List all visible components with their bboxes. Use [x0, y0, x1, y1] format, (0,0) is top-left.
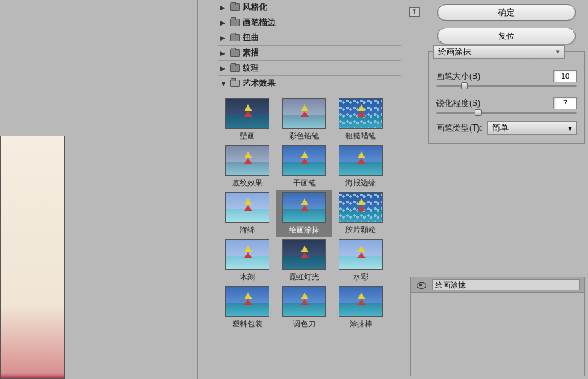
filter-thumb-label: 涂抹棒	[350, 319, 372, 329]
category-row[interactable]: ▼艺术效果	[218, 76, 401, 91]
filter-dropdown-value: 绘画涂抹	[438, 46, 471, 58]
sharpen-slider[interactable]	[436, 112, 577, 114]
filter-thumb-image	[282, 286, 326, 317]
filter-thumb-image	[282, 239, 326, 270]
folder-icon	[230, 19, 240, 26]
category-row[interactable]: ▶画笔描边	[218, 15, 401, 30]
filter-thumb-image	[225, 98, 269, 129]
filter-thumb[interactable]: 粗糙蜡笔	[332, 95, 389, 142]
filter-thumb[interactable]: 彩色铅笔	[276, 95, 332, 142]
folder-icon	[230, 49, 240, 57]
brush-size-label: 画笔大小(B)	[436, 71, 480, 82]
filter-thumb[interactable]: 壁画	[219, 95, 276, 142]
brush-type-label: 画笔类型(T):	[436, 122, 482, 134]
filter-thumb-image	[225, 239, 269, 270]
folder-icon	[230, 80, 240, 87]
filter-thumb[interactable]: 海报边缘	[332, 142, 389, 190]
filter-thumb-image	[339, 192, 383, 223]
filter-thumb-label: 胶片颗粒	[345, 225, 376, 235]
effect-layers-panel: 绘画涂抹	[410, 277, 585, 376]
filter-thumb-label: 底纹效果	[232, 178, 263, 188]
category-row[interactable]: ▶风格化	[218, 0, 401, 15]
filter-thumb-image	[225, 192, 269, 223]
sharpen-input[interactable]	[553, 97, 577, 109]
triangle-right-icon: ▶	[220, 65, 227, 72]
filter-thumb-label: 塑料包装	[232, 319, 263, 329]
category-label: 素描	[243, 47, 259, 59]
filter-thumb-label: 干画笔	[293, 178, 316, 188]
preview-image[interactable]	[0, 136, 65, 379]
folder-icon	[230, 3, 240, 11]
ok-button[interactable]: 确定	[437, 4, 576, 21]
category-row[interactable]: ▶纹理	[218, 61, 401, 76]
effect-layer-row[interactable]: 绘画涂抹	[411, 277, 584, 293]
sharpen-label: 锐化程度(S)	[436, 98, 480, 109]
filter-thumb-label: 木刻	[240, 272, 255, 282]
category-label: 纹理	[243, 62, 259, 74]
effect-layer-name: 绘画涂抹	[432, 279, 580, 290]
filter-thumb-image	[339, 98, 383, 129]
filter-settings-box: 绘画涂抹 ▾ 画笔大小(B) 锐化程度(S) 画笔类型(T): 简单 ▾	[428, 51, 585, 144]
filter-thumb[interactable]: 绘画涂抹	[276, 190, 332, 237]
filter-category-panel: ▶风格化▶画笔描边▶扭曲▶素描▶纹理▼艺术效果 壁画彩色铅笔粗糙蜡笔底纹效果干画…	[218, 0, 401, 379]
filter-thumb[interactable]: 底纹效果	[219, 142, 276, 190]
category-label: 画笔描边	[243, 17, 276, 28]
category-label: 风格化	[243, 1, 267, 13]
filter-thumb-image	[225, 286, 269, 317]
filter-thumb-label: 海绵	[240, 225, 255, 235]
folder-icon	[230, 34, 240, 41]
category-label: 扭曲	[243, 32, 259, 44]
chevron-down-icon: ▾	[556, 48, 560, 55]
filter-thumb-label: 绘画涂抹	[289, 225, 319, 235]
filter-thumb[interactable]: 胶片颗粒	[332, 190, 389, 237]
preview-area	[0, 0, 197, 379]
filter-thumb[interactable]: 涂抹棒	[332, 284, 389, 331]
sharpen-slider-thumb[interactable]	[475, 109, 482, 116]
filter-thumb-image	[339, 286, 383, 317]
brush-size-slider-thumb[interactable]	[461, 82, 468, 89]
settings-panel: 确定 复位 绘画涂抹 ▾ 画笔大小(B) 锐化程度(S) 画笔类型(T): 简单	[428, 4, 585, 144]
filter-thumb-image	[282, 98, 326, 129]
filter-thumb-image	[225, 145, 269, 176]
filter-thumb[interactable]: 水彩	[332, 237, 389, 284]
filter-thumb-image	[282, 145, 326, 176]
filter-thumb[interactable]: 干画笔	[276, 142, 332, 190]
triangle-down-icon: ▼	[220, 80, 227, 87]
filter-thumb-image	[339, 239, 383, 270]
brush-size-input[interactable]	[553, 70, 577, 82]
visibility-eye-icon[interactable]	[415, 281, 426, 289]
filter-thumb-label: 海报边缘	[345, 178, 376, 188]
filter-thumb-image	[282, 192, 326, 223]
brush-type-value: 简单	[492, 122, 509, 134]
triangle-right-icon: ▶	[220, 4, 227, 11]
filter-thumb-label: 壁画	[240, 131, 255, 141]
category-row[interactable]: ▶素描	[218, 46, 401, 61]
triangle-right-icon: ▶	[220, 50, 227, 57]
filter-thumb[interactable]: 霓虹灯光	[276, 237, 332, 284]
category-label: 艺术效果	[243, 77, 276, 89]
chevron-down-icon: ▾	[568, 123, 572, 133]
filter-thumb-image	[339, 145, 383, 176]
filter-thumb-label: 水彩	[353, 272, 368, 282]
filter-thumb[interactable]: 海绵	[219, 190, 276, 237]
folder-icon	[230, 64, 240, 72]
filter-thumb-label: 调色刀	[293, 319, 316, 329]
brush-type-dropdown[interactable]: 简单 ▾	[487, 121, 577, 135]
filter-thumb-label: 彩色铅笔	[289, 131, 319, 141]
triangle-right-icon: ▶	[220, 35, 227, 41]
filter-thumb[interactable]: 塑料包装	[219, 284, 276, 331]
reset-button[interactable]: 复位	[437, 28, 576, 44]
filter-thumb[interactable]: 调色刀	[276, 284, 332, 331]
collapse-panel-button[interactable]: ⤒	[409, 7, 420, 17]
filter-thumb-label: 粗糙蜡笔	[345, 131, 376, 141]
filter-gallery: 壁画彩色铅笔粗糙蜡笔底纹效果干画笔海报边缘海绵绘画涂抹胶片颗粒木刻霓虹灯光水彩塑…	[218, 91, 401, 335]
category-row[interactable]: ▶扭曲	[218, 30, 401, 46]
triangle-right-icon: ▶	[220, 19, 227, 26]
panel-divider[interactable]	[197, 0, 198, 379]
filter-thumb[interactable]: 木刻	[219, 237, 276, 284]
brush-size-slider[interactable]	[436, 85, 577, 87]
filter-thumb-label: 霓虹灯光	[289, 272, 319, 282]
filter-dropdown[interactable]: 绘画涂抹 ▾	[433, 45, 565, 59]
